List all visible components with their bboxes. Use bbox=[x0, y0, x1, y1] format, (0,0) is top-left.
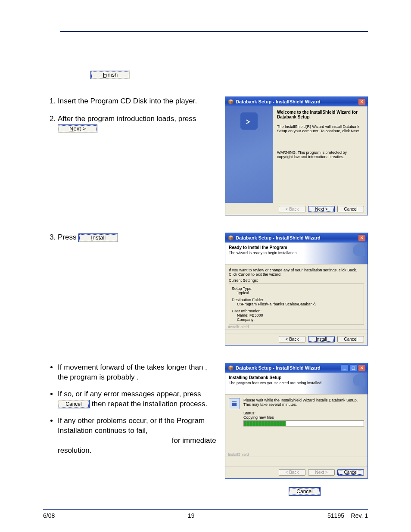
welcome-body2: WARNING: This program is protected by co… bbox=[277, 150, 363, 159]
footer-page: 19 bbox=[188, 512, 195, 519]
finish-button[interactable]: Finish bbox=[90, 71, 130, 79]
finish-label: inish bbox=[106, 72, 118, 78]
close-icon[interactable]: ✕ bbox=[358, 234, 366, 241]
ready-sub: The wizard is ready to begin installatio… bbox=[229, 251, 364, 255]
wizard-cancel-button[interactable]: Cancel bbox=[337, 469, 364, 476]
close-icon[interactable]: ✕ bbox=[358, 98, 366, 105]
wizard-cancel-button[interactable]: Cancel bbox=[337, 206, 364, 212]
installing-line1: Please wait while the InstallShield Wiza… bbox=[243, 398, 364, 407]
status-label: Status: bbox=[243, 411, 364, 415]
installshield-label: InstallShield bbox=[225, 325, 367, 330]
step-2: After the program introduction loads, pr… bbox=[58, 114, 213, 134]
wizard-back-button: < Back bbox=[279, 469, 305, 476]
wizard-next-button: Next > bbox=[308, 469, 335, 476]
ready-line1: If you want to review or change any of y… bbox=[229, 268, 364, 277]
installer-banner-icon bbox=[353, 374, 365, 386]
step-1: Insert the Program CD Disk into the play… bbox=[58, 96, 213, 106]
wizard-back-button: < Back bbox=[279, 206, 305, 212]
bullet-1: If movement forward of the takes longer … bbox=[58, 363, 217, 383]
close-icon[interactable]: ✕ bbox=[358, 364, 366, 371]
wizard-cancel-button[interactable]: Cancel bbox=[337, 336, 364, 342]
minimize-icon[interactable]: _ bbox=[341, 364, 349, 371]
welcome-heading: Welcome to the InstallShield Wizard for … bbox=[277, 110, 363, 119]
installing-heading: Installing Databank Setup bbox=[229, 375, 364, 380]
dialog-ready-install: 📦 Databank Setup - InstallShield Wizard … bbox=[225, 233, 368, 345]
cancel-button-inline[interactable]: Cancel bbox=[58, 400, 90, 408]
wizard-next-button[interactable]: Next > bbox=[308, 206, 335, 212]
footer-docnum: 51195 bbox=[327, 512, 344, 519]
installshield-label: InstallShield bbox=[225, 452, 367, 457]
step-3: Press Install bbox=[58, 233, 213, 243]
installing-sub: The program features you selected are be… bbox=[229, 381, 364, 385]
bullet-3: If any other problems occur, or if the P… bbox=[58, 416, 217, 456]
current-settings-label: Current Settings: bbox=[229, 278, 364, 283]
user-company-value: Company: bbox=[232, 317, 361, 322]
progress-bar bbox=[243, 420, 364, 426]
dest-folder-value: C:\Program Files\Fairbanks Scales\Databa… bbox=[232, 302, 361, 306]
dest-folder-label: Destination Folder: bbox=[232, 298, 361, 302]
installer-icon: 📦 bbox=[228, 235, 234, 241]
dialog-title: Databank Setup - InstallShield Wizard bbox=[236, 99, 321, 104]
setup-icon bbox=[229, 398, 240, 409]
page-footer: 6/08 19 51195 Rev. 1 bbox=[43, 509, 368, 519]
user-info-label: User Information: bbox=[232, 309, 361, 313]
setup-type-label: Setup Type: bbox=[232, 286, 361, 291]
dialog-title: Databank Setup - InstallShield Wizard bbox=[236, 365, 321, 370]
dialog-installing: 📦 Databank Setup - InstallShield Wizard … bbox=[225, 363, 368, 479]
footer-date: 6/08 bbox=[43, 512, 55, 519]
dialog-title: Databank Setup - InstallShield Wizard bbox=[236, 235, 321, 240]
installer-icon: 📦 bbox=[228, 99, 234, 105]
wizard-install-button[interactable]: Install bbox=[308, 336, 335, 342]
header-rule bbox=[60, 31, 368, 32]
wizard-back-button[interactable]: < Back bbox=[279, 336, 305, 342]
cancel-button-standalone[interactable]: Cancel bbox=[289, 487, 321, 496]
maximize-icon[interactable]: ▢ bbox=[349, 364, 357, 371]
user-name-value: Name: FB3000 bbox=[232, 313, 361, 317]
wizard-side-banner bbox=[225, 106, 273, 203]
installer-icon: 📦 bbox=[228, 365, 234, 371]
installer-banner-icon bbox=[353, 244, 365, 256]
dialog-welcome: 📦 Databank Setup - InstallShield Wizard … bbox=[225, 96, 368, 215]
next-button-inline[interactable]: Next > bbox=[58, 124, 97, 133]
ready-heading: Ready to Install the Program bbox=[229, 245, 364, 250]
install-button-inline[interactable]: Install bbox=[78, 233, 118, 242]
welcome-body1: The InstallShield(R) Wizard will install… bbox=[277, 124, 363, 133]
status-value: Copying new files bbox=[243, 415, 364, 420]
bullet-2: If so, or if any error messages appear, … bbox=[58, 389, 217, 409]
footer-rev: Rev. 1 bbox=[351, 512, 368, 519]
setup-type-value: Typical bbox=[232, 291, 361, 295]
